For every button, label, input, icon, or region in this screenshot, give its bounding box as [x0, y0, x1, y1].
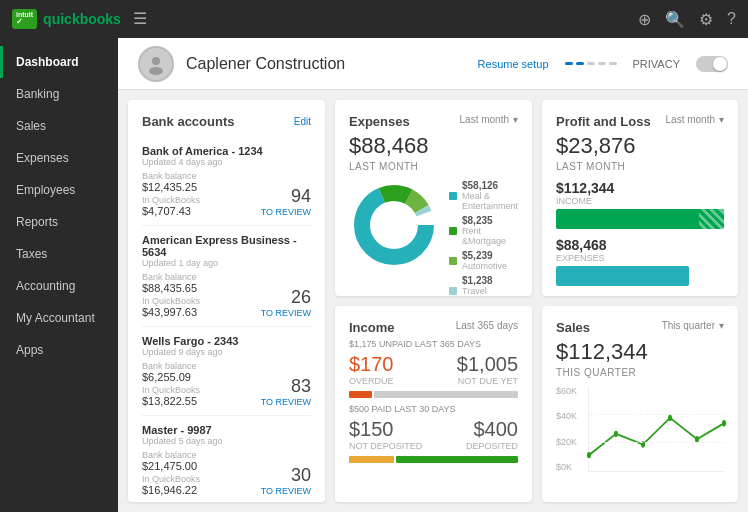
expenses-period[interactable]: Last month ▾: [460, 114, 518, 125]
income-period[interactable]: Last 365 days: [456, 320, 518, 331]
income-overdue-amount: $170: [349, 353, 394, 376]
logo: intuit ✓ quickbooks: [12, 9, 121, 29]
setup-progress: [565, 62, 617, 65]
income-card: Income Last 365 days $1,175 UNPAID LAST …: [335, 306, 532, 502]
income-unpaid-label: $1,175 UNPAID LAST 365 DAYS: [349, 339, 518, 349]
sidebar-item-expenses[interactable]: Expenses: [0, 142, 118, 174]
resume-setup-link[interactable]: Resume setup: [478, 58, 549, 70]
toggle-knob: [713, 57, 727, 71]
header-right: Resume setup PRIVACY: [478, 56, 728, 72]
bank-accounts-title: Bank accounts: [142, 114, 234, 129]
bank-name-3: Wells Fargo - 2343: [142, 335, 311, 347]
setup-dot-1: [565, 62, 573, 65]
bank-accounts-card: Bank accounts Edit Bank of America - 123…: [128, 100, 325, 502]
sidebar-item-sales[interactable]: Sales: [0, 110, 118, 142]
legend-color-1: [449, 227, 457, 235]
bank-balances-4: Bank balance $21,475.00 In QuickBooks $1…: [142, 450, 311, 496]
main-layout: Dashboard Banking Sales Expenses Employe…: [0, 38, 748, 512]
bank-updated-1: Updated 4 days ago: [142, 157, 311, 167]
svg-point-1: [149, 67, 163, 75]
bank-account-3: Wells Fargo - 2343 Updated 9 days ago Ba…: [142, 327, 311, 416]
svg-point-10: [668, 415, 672, 421]
sidebar-item-banking[interactable]: Banking: [0, 78, 118, 110]
income-notdue-amount: $1,005: [457, 353, 518, 376]
company-name: Caplener Construction: [186, 55, 345, 73]
bank-updated-2: Updated 1 day ago: [142, 258, 311, 268]
sidebar-item-taxes[interactable]: Taxes: [0, 238, 118, 270]
svg-point-8: [614, 431, 618, 437]
top-navigation: intuit ✓ quickbooks ☰ ⊕ 🔍 ⚙ ?: [0, 0, 748, 38]
income-deposited-amount: $400: [466, 418, 518, 441]
sidebar: Dashboard Banking Sales Expenses Employe…: [0, 38, 118, 512]
bank-updated-3: Updated 9 days ago: [142, 347, 311, 357]
bank-name-1: Bank of America - 1234: [142, 145, 311, 157]
pl-bar-income: $112,344 INCOME: [556, 180, 724, 229]
svg-point-12: [722, 420, 726, 426]
sidebar-item-my-accountant[interactable]: My Accountant: [0, 302, 118, 334]
income-bar-paid: [349, 456, 518, 463]
income-notdeposited-amount: $150: [349, 418, 422, 441]
search-icon[interactable]: 🔍: [665, 10, 685, 29]
bank-accounts-header: Bank accounts Edit: [142, 114, 311, 129]
nav-right: ⊕ 🔍 ⚙ ?: [638, 10, 736, 29]
svg-point-7: [587, 452, 591, 458]
bank-account-1: Bank of America - 1234 Updated 4 days ag…: [142, 137, 311, 226]
svg-point-6: [372, 203, 416, 247]
setup-dot-3: [587, 62, 595, 65]
menu-icon[interactable]: ☰: [133, 9, 147, 28]
chevron-down-icon: ▾: [513, 114, 518, 125]
bank-account-4: Master - 9987 Updated 5 days ago Bank ba…: [142, 416, 311, 502]
sidebar-item-dashboard[interactable]: Dashboard: [0, 46, 118, 78]
legend-color-0: [449, 192, 457, 200]
sidebar-item-reports[interactable]: Reports: [0, 206, 118, 238]
pl-title: Profit and Loss: [556, 114, 651, 129]
company-info: Caplener Construction: [138, 46, 345, 82]
income-paid-label: $500 PAID LAST 30 DAYS: [349, 404, 518, 414]
income-notdeposited-label: NOT DEPOSITED: [349, 441, 422, 451]
expenses-amount: $88,468: [349, 133, 518, 159]
header-bar: Caplener Construction Resume setup PRIVA…: [118, 38, 748, 90]
sales-header: Sales This quarter ▾: [556, 320, 724, 335]
svg-point-0: [152, 57, 160, 65]
main-content: Caplener Construction Resume setup PRIVA…: [118, 38, 748, 512]
pl-period[interactable]: Last month ▾: [666, 114, 724, 125]
plus-icon[interactable]: ⊕: [638, 10, 651, 29]
bank-updated-4: Updated 5 days ago: [142, 436, 311, 446]
setup-dot-4: [598, 62, 606, 65]
legend-item-2: $5,239 Automotive: [449, 250, 518, 271]
income-deposited-label: DEPOSITED: [466, 441, 518, 451]
gear-icon[interactable]: ⚙: [699, 10, 713, 29]
sales-title: Sales: [556, 320, 590, 335]
dashboard-grid: Expenses Last month ▾ $88,468 LAST MONTH: [118, 90, 748, 512]
logo-text: quickbooks: [43, 11, 121, 27]
privacy-label: PRIVACY: [633, 58, 680, 70]
income-overdue-label: OVERDUE: [349, 376, 394, 386]
sidebar-item-employees[interactable]: Employees: [0, 174, 118, 206]
expenses-title: Expenses: [349, 114, 410, 129]
expenses-card: Expenses Last month ▾ $88,468 LAST MONTH: [335, 100, 532, 296]
help-icon[interactable]: ?: [727, 10, 736, 28]
bank-balances-1: Bank balance $12,435.25 In QuickBooks $4…: [142, 171, 311, 217]
privacy-toggle[interactable]: [696, 56, 728, 72]
bank-edit-link[interactable]: Edit: [294, 116, 311, 127]
sales-chart: $60K $40K $20K $0K: [556, 386, 724, 486]
sales-chart-area: [588, 386, 724, 472]
sidebar-item-accounting[interactable]: Accounting: [0, 270, 118, 302]
bank-balances-3: Bank balance $6,255.09 In QuickBooks $13…: [142, 361, 311, 407]
expenses-donut-chart: [349, 180, 439, 270]
legend-item-3: $1,238 Travel Expenses: [449, 275, 518, 296]
income-title: Income: [349, 320, 395, 335]
sidebar-item-apps[interactable]: Apps: [0, 334, 118, 366]
expenses-header: Expenses Last month ▾: [349, 114, 518, 129]
income-bar-unpaid: [349, 391, 518, 398]
legend-color-3: [449, 287, 457, 295]
sales-period[interactable]: This quarter ▾: [662, 320, 724, 331]
setup-dot-5: [609, 62, 617, 65]
company-avatar: [138, 46, 174, 82]
chevron-down-icon: ▾: [719, 320, 724, 331]
pl-header: Profit and Loss Last month ▾: [556, 114, 724, 129]
nav-left: intuit ✓ quickbooks ☰: [12, 9, 147, 29]
pl-amount: $23,876: [556, 133, 724, 159]
legend-item-1: $8,235 Rent &Mortgage: [449, 215, 518, 246]
setup-dot-2: [576, 62, 584, 65]
